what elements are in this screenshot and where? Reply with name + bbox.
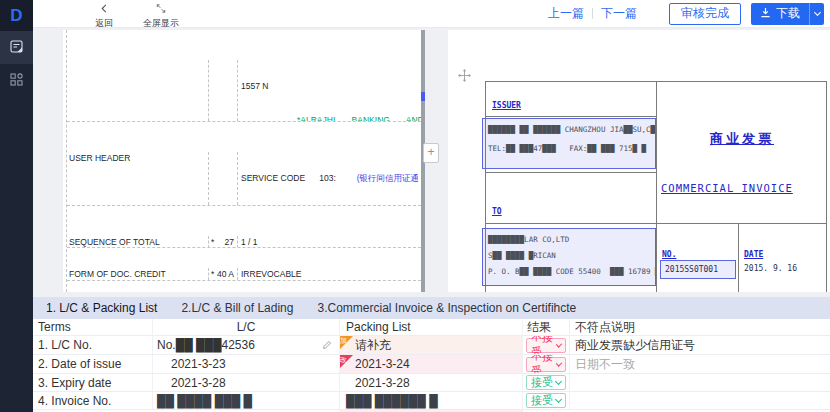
- result-value: 不接受: [531, 355, 557, 373]
- sidebar-item-apps[interactable]: [0, 64, 33, 97]
- tab-lc-packing-list[interactable]: 1. L/C & Packing List: [46, 301, 157, 315]
- packing-list-value: 2021-3-28: [355, 376, 410, 390]
- table-border: [738, 223, 739, 292]
- lc-cell: 2021-3-28: [153, 374, 340, 391]
- to-line: S██ ████ █RICAN: [488, 251, 650, 260]
- result-value: 接受: [531, 393, 553, 408]
- chevron-down-icon: [813, 9, 820, 16]
- packing-list-cell: 2021-3-28: [340, 374, 523, 391]
- divider: [592, 8, 593, 19]
- review-complete-button[interactable]: 审核完成: [669, 3, 741, 25]
- bank-stamp-annotation: (银行间信用证通: [357, 173, 419, 184]
- comparison-header-row: Terms L/C Packing List 结果 不符点说明: [33, 319, 830, 336]
- added-corner-badge: 加: [340, 336, 353, 349]
- swift-value: SERVICE CODE 103: (银行间信用证通 知专用章) BANK. P…: [238, 152, 421, 205]
- col-header-result: 结果: [523, 319, 570, 335]
- topbar-actions: 上一篇 下一篇 审核完成 下载: [548, 3, 824, 25]
- issuer-line: ██████ ██ ██████ CHANGZHOU JIA██SU,C██ N…: [488, 125, 650, 134]
- col-header-lc: L/C: [153, 319, 340, 335]
- edit-pencil-icon[interactable]: [322, 340, 332, 350]
- col-header-discrepancy: 不符点说明: [570, 319, 830, 335]
- to-label: TO: [492, 207, 502, 216]
- app-logo: D: [0, 0, 33, 31]
- download-button[interactable]: 下载: [751, 3, 809, 25]
- download-options-button[interactable]: [809, 3, 824, 25]
- result-select[interactable]: 接受: [526, 393, 566, 408]
- next-doc-link[interactable]: 下一篇: [601, 5, 637, 22]
- discrepancy-cell[interactable]: 日期不一致: [570, 355, 830, 373]
- fullscreen-button[interactable]: 全屏显示: [143, 0, 179, 30]
- swift-tag: 40 A: [217, 269, 234, 280]
- swift-table: 1557 N *ALRAJHI BANKING AND INVESTMENT *…: [66, 30, 421, 292]
- result-select[interactable]: 接受: [526, 375, 566, 390]
- term-cell: 3. Expiry date: [33, 374, 153, 391]
- apps-grid-icon: [10, 72, 23, 90]
- swift-tag: [208, 60, 238, 121]
- invoice-document-pane[interactable]: ISSUER ██████ ██ ██████ CHANGZHOU JIA██S…: [448, 30, 830, 292]
- topbar: 返回 全屏显示 上一篇 下一篇 审核完成 下载: [33, 0, 830, 28]
- result-value: 接受: [531, 375, 553, 390]
- result-value: 不接受: [531, 336, 557, 354]
- invoice-date-value: 2015. 9. 16: [744, 264, 797, 273]
- document-icon: [10, 39, 23, 57]
- packing-list-cell: 加 请补充: [340, 336, 523, 354]
- sidebar-item-documents[interactable]: [0, 31, 33, 64]
- bank-name-line: *ALRAJHI BANKING AND: [241, 115, 421, 121]
- download-label: 下载: [776, 5, 800, 22]
- lc-cell: No.██ ███42536: [153, 336, 340, 354]
- invoice-date-label: DATE: [744, 250, 763, 259]
- table-row: 4. Invoice No. ██ ████ ███ █ ███ ██████ …: [33, 392, 830, 410]
- comparison-tabbar: 1. L/C & Packing List 2.L/C & Bill of La…: [33, 297, 830, 319]
- swift-label: USER HEADER: [67, 152, 208, 205]
- download-split-button: 下载: [751, 3, 824, 25]
- to-highlight[interactable]: ████████LAR CO,LTD S██ ████ █RICAN P. O.…: [482, 228, 656, 286]
- table-row: 2. Date of issue 2021-3-23 改 2021-3-24 不…: [33, 355, 830, 374]
- swift-row-user-header: USER HEADER SERVICE CODE 103: (银行间信用证通 知…: [67, 152, 421, 206]
- swift-row-header-partial: 1557 N *ALRAJHI BANKING AND INVESTMENT *…: [67, 60, 421, 122]
- invoice-no-highlight[interactable]: 2015SS0T001: [660, 260, 736, 279]
- discrepancy-cell[interactable]: [570, 374, 830, 391]
- col-header-terms: Terms: [33, 319, 153, 335]
- result-select[interactable]: 不接受: [526, 338, 566, 353]
- invoice-no-value: 2015SS0T001: [665, 265, 731, 274]
- back-button[interactable]: 返回: [95, 0, 113, 30]
- zoom-in-button[interactable]: +: [423, 143, 439, 163]
- table-row: 1. L/C No. No.██ ███42536 加 请补充 不接受 商业发票…: [33, 336, 830, 355]
- scrollbar-marker: [421, 92, 425, 101]
- swift-tag: 27: [225, 237, 234, 248]
- download-icon: [760, 7, 771, 21]
- comparison-panel: 1. L/C & Packing List 2.L/C & Bill of La…: [33, 297, 830, 412]
- lc-document-pane[interactable]: 1557 N *ALRAJHI BANKING AND INVESTMENT *…: [63, 30, 421, 292]
- mandatory-star: *: [211, 237, 214, 248]
- result-select[interactable]: 不接受: [526, 357, 566, 372]
- swift-row: FORM OF DOC. CREDIT *40 A IRREVOCABLE: [67, 268, 421, 280]
- bank-stamp-annotation: 知专用章): [241, 204, 421, 205]
- swift-value: IRREVOCABLE: [238, 268, 421, 280]
- discrepancy-cell[interactable]: [570, 392, 830, 409]
- chevron-down-icon: [555, 396, 562, 403]
- swift-row: SEQUENCE OF TOTAL *27 1 / 1: [67, 236, 421, 248]
- packing-list-value: ███ ██████ █: [346, 394, 438, 408]
- lc-cell: 2021-3-23: [153, 355, 340, 373]
- term-cell: 1. L/C No.: [33, 336, 153, 354]
- prev-doc-link[interactable]: 上一篇: [548, 5, 584, 22]
- invoice-table: ISSUER ██████ ██ ██████ CHANGZHOU JIA██S…: [485, 81, 827, 292]
- term-cell: 2. Date of issue: [33, 355, 153, 373]
- move-handle-icon[interactable]: [458, 68, 471, 86]
- swift-tag: [208, 152, 238, 205]
- issuer-highlight[interactable]: ██████ ██ ██████ CHANGZHOU JIA██SU,C██ N…: [482, 118, 656, 169]
- service-code: SERVICE CODE 103:: [241, 173, 336, 184]
- invoice-no-label: NO.: [662, 250, 676, 259]
- chevron-down-icon: [555, 378, 562, 385]
- invoice-title-en: COMMERCIAL INVOICE: [661, 182, 793, 194]
- packing-list-value: 请补充: [355, 337, 391, 354]
- invoice-title-cn: 商业发票: [656, 130, 828, 148]
- tab-commercial-invoice[interactable]: 3.Commercial Invoice & Inspection on Cer…: [317, 301, 576, 315]
- swift-label: FORM OF DOC. CREDIT: [67, 268, 208, 280]
- discrepancy-cell[interactable]: 商业发票缺少信用证号: [570, 336, 830, 354]
- issuer-line: TEL:██ ███47███ FAX:██ ███ 715█ █: [488, 144, 650, 153]
- app-window: D 返回 全屏显示 上一篇 下一篇: [0, 0, 830, 412]
- tab-lc-bill-of-lading[interactable]: 2.L/C & Bill of Lading: [181, 301, 293, 315]
- result-cell: 接受: [523, 392, 570, 409]
- to-line: ████████LAR CO,LTD: [488, 235, 650, 244]
